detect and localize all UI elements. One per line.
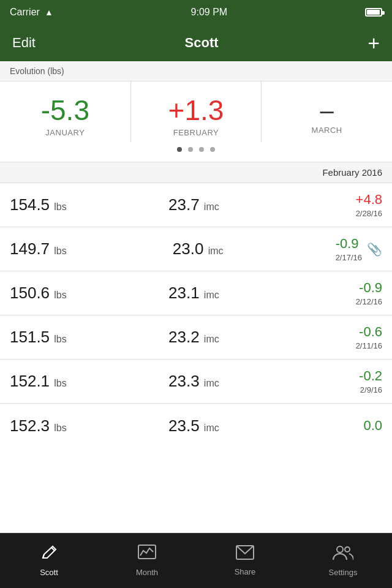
battery-icon (365, 8, 382, 17)
svg-point-2 (337, 546, 343, 552)
envelope-icon (236, 545, 254, 564)
delta-value: -0.2 (327, 368, 382, 384)
delta-value: -0.9 (336, 236, 362, 252)
chart-icon (138, 545, 156, 564)
people-icon (333, 545, 353, 564)
delta-col: -0.9 2/17/16 📎 (336, 236, 382, 262)
delta-col: 0.0 (327, 418, 382, 434)
add-button[interactable]: + (368, 32, 380, 53)
tab-share[interactable]: Share (196, 533, 294, 588)
weight-table: 154.5 lbs 23.7 imc +4.8 2/28/16 149.7 lb… (0, 183, 392, 448)
tab-share-label: Share (235, 567, 256, 576)
delta-date: 2/17/16 (336, 253, 362, 262)
tab-month-label: Month (136, 568, 158, 577)
delta-col: -0.9 2/12/16 (327, 280, 382, 306)
imc-value: 23.7 imc (168, 195, 327, 214)
imc-value: 23.5 imc (168, 417, 327, 435)
delta-col: -0.2 2/9/16 (327, 368, 382, 394)
tab-settings-label: Settings (329, 568, 358, 577)
pencil-icon (40, 545, 58, 564)
tab-month[interactable]: Month (98, 533, 196, 588)
table-row[interactable]: 154.5 lbs 23.7 imc +4.8 2/28/16 (0, 183, 392, 227)
weight-value: 150.6 lbs (10, 284, 168, 303)
time-display: 9:09 PM (191, 7, 228, 18)
march-value: – (262, 97, 392, 124)
tab-settings[interactable]: Settings (294, 533, 392, 588)
carousel-march[interactable]: – MARCH (262, 85, 392, 140)
tab-bar: Scott Month Share Setti (0, 533, 392, 588)
dot-3 (199, 147, 204, 152)
delta-value: +4.8 (327, 192, 382, 208)
delta-value: -0.9 (327, 280, 382, 296)
weight-value: 152.1 lbs (10, 372, 168, 391)
imc-value: 23.1 imc (168, 284, 327, 303)
table-row[interactable]: 152.3 lbs 23.5 imc 0.0 (0, 404, 392, 448)
carousel-february[interactable]: +1.3 FEBRUARY (131, 81, 262, 142)
table-row[interactable]: 151.5 lbs 23.2 imc -0.6 2/11/16 (0, 315, 392, 360)
weight-value: 152.3 lbs (10, 417, 168, 435)
delta-value: 0.0 (327, 418, 382, 434)
delta-col: +4.8 2/28/16 (327, 192, 382, 218)
evolution-label: Evolution (lbs) (0, 61, 392, 81)
imc-value: 23.0 imc (173, 239, 336, 258)
edit-button[interactable]: Edit (12, 35, 36, 51)
svg-point-3 (345, 547, 350, 552)
wifi-icon: ▲ (45, 7, 53, 17)
delta-date: 2/28/16 (327, 209, 382, 218)
table-row[interactable]: 150.6 lbs 23.1 imc -0.9 2/12/16 (0, 271, 392, 315)
delta-date: 2/11/16 (327, 341, 382, 350)
weight-value: 149.7 lbs (10, 239, 173, 258)
delta-col: -0.6 2/11/16 (327, 324, 382, 350)
status-left: Carrier ▲ (10, 7, 53, 18)
page-title: Scott (185, 35, 219, 51)
carousel-january[interactable]: -5.3 JANUARY (0, 81, 131, 142)
tab-scott-label: Scott (40, 568, 58, 577)
carrier-text: Carrier (10, 7, 40, 18)
status-bar: Carrier ▲ 9:09 PM (0, 0, 392, 24)
dot-2 (188, 147, 193, 152)
february-value: +1.3 (131, 94, 262, 127)
march-label: MARCH (262, 126, 392, 135)
app-header: Edit Scott + (0, 24, 392, 61)
delta-info: -0.9 2/17/16 (336, 236, 362, 262)
carousel-dots (0, 142, 392, 154)
dot-1 (177, 147, 182, 152)
february-label: FEBRUARY (131, 128, 262, 137)
imc-value: 23.2 imc (168, 328, 327, 347)
weight-value: 154.5 lbs (10, 195, 168, 214)
delta-date: 2/12/16 (327, 297, 382, 306)
tab-scott[interactable]: Scott (0, 533, 98, 588)
weight-value: 151.5 lbs (10, 328, 168, 347)
imc-value: 23.3 imc (168, 372, 327, 391)
carousel-months-row: -5.3 JANUARY +1.3 FEBRUARY – MARCH (0, 81, 392, 142)
dot-4 (210, 147, 215, 152)
table-header: February 2016 (0, 162, 392, 183)
delta-date: 2/9/16 (327, 385, 382, 394)
table-row[interactable]: 149.7 lbs 23.0 imc -0.9 2/17/16 📎 (0, 227, 392, 271)
delta-value: -0.6 (327, 324, 382, 340)
january-label: JANUARY (0, 128, 130, 137)
table-row[interactable]: 152.1 lbs 23.3 imc -0.2 2/9/16 (0, 360, 392, 404)
attachment-icon: 📎 (367, 242, 382, 257)
month-carousel: -5.3 JANUARY +1.3 FEBRUARY – MARCH (0, 81, 392, 162)
january-value: -5.3 (0, 94, 130, 127)
